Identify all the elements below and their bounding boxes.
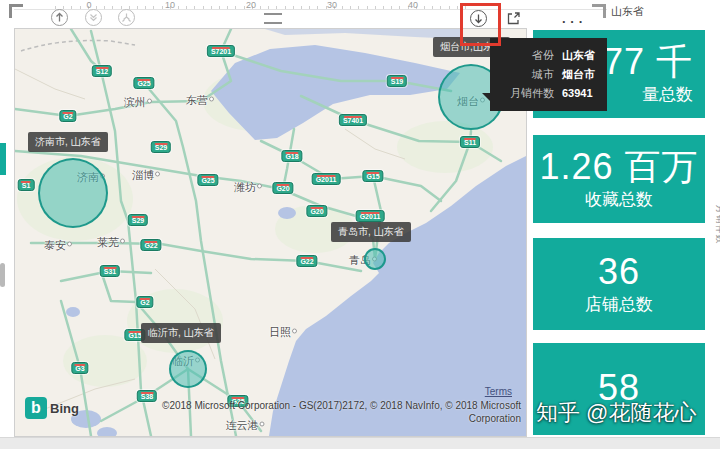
selection-corner-handle[interactable]: [9, 4, 23, 18]
road-shield: G3: [71, 362, 88, 374]
go-to-next-level-icon[interactable]: [85, 9, 102, 26]
road-shield: G2011: [312, 173, 341, 185]
filter-region-label: 山东省: [611, 4, 644, 19]
focus-mode-icon[interactable]: [505, 10, 522, 27]
road-shield: S29: [151, 141, 171, 153]
visual-drag-handle[interactable]: [264, 13, 282, 24]
road-shield: G25: [133, 77, 154, 89]
annotation-highlight-box: [460, 3, 501, 46]
kpi-label: 量总数: [642, 84, 693, 106]
map-visual[interactable]: 滨州东营淄博潍坊济南泰安莱芜青岛烟台临沂日照连云港 S7201S12G25G2S…: [14, 28, 527, 437]
road-shield: G22: [140, 239, 161, 251]
clipped-handle-fragment: [0, 263, 5, 287]
map-data-bubble[interactable]: [38, 158, 108, 228]
road-shield: G15: [362, 170, 383, 182]
page-bottom-strip: [0, 437, 720, 449]
road-shield: G18: [281, 150, 302, 162]
selection-corner-handle[interactable]: [592, 4, 606, 18]
drill-up-icon[interactable]: [51, 9, 68, 26]
watermark: 知乎 @花随花心: [536, 398, 708, 428]
road-shield: S19: [387, 75, 407, 87]
map-tooltip: 省份山东省城市烟台市月销件数63941: [490, 38, 607, 111]
bing-logo[interactable]: b Bing: [25, 397, 79, 419]
map-data-bubble[interactable]: [364, 248, 386, 270]
tooltip-value: 烟台市: [562, 65, 595, 84]
road-shield: S7401: [339, 114, 367, 126]
kpi-label: 收藏总数: [585, 189, 653, 211]
tooltip-label: 月销件数: [500, 84, 554, 103]
map-city-label: 潍坊: [234, 180, 262, 195]
road-shield: G2011: [356, 210, 385, 222]
road-shield: S11: [460, 136, 480, 148]
terms-link[interactable]: Terms: [485, 386, 512, 397]
map-city-label: 淄博: [132, 168, 160, 183]
kpi-value: 77 千: [603, 42, 693, 82]
map-city-label: 泰安: [44, 238, 72, 253]
map-city-label: 莱芜: [97, 235, 125, 250]
kpi-card[interactable]: 1.26 百万收藏总数: [533, 135, 705, 223]
map-city-label: 连云港: [226, 418, 265, 433]
kpi-label: 店铺总数: [585, 294, 653, 316]
more-options-icon[interactable]: ···: [562, 14, 587, 29]
road-shield: S1: [18, 179, 35, 191]
expand-all-icon[interactable]: [118, 9, 135, 26]
map-city-label: 东营: [186, 93, 214, 108]
map-copyright-line1: ©2018 Microsoft Corporation - GS(2017)21…: [45, 400, 521, 411]
clipped-element-fragment: [0, 143, 6, 175]
powerbi-canvas: 010203040 ···: [0, 0, 720, 449]
tooltip-label: 省份: [500, 46, 554, 65]
tooltip-row: 省份山东省: [500, 46, 597, 65]
tooltip-row: 月销件数63941: [500, 84, 597, 103]
road-shield: S12: [92, 65, 112, 77]
road-shield: S29: [128, 214, 148, 226]
map-category-label: 临沂市, 山东省: [141, 323, 221, 343]
tooltip-value: 山东省: [562, 46, 595, 65]
tooltip-label: 城市: [500, 65, 554, 84]
map-city-label: 滨州: [124, 95, 152, 110]
road-shield: G2: [59, 110, 76, 122]
kpi-card[interactable]: 36店铺总数: [533, 238, 705, 330]
road-shield: S7201: [207, 45, 235, 57]
kpi-value: 36: [598, 252, 640, 292]
visual-header-divider: [14, 9, 607, 10]
map-city-label: 日照: [269, 325, 297, 340]
map-copyright-line2: Corporation: [469, 413, 521, 424]
tooltip-row: 城市烟台市: [500, 65, 597, 84]
map-data-bubble[interactable]: [169, 350, 207, 388]
road-shield: G2: [136, 296, 153, 308]
bing-logo-icon: b: [25, 397, 47, 419]
map-category-label: 济南市, 山东省: [28, 132, 108, 152]
road-shield: G22: [296, 255, 317, 267]
kpi-value: 1.26 百万: [539, 147, 698, 187]
road-shield: G20: [306, 205, 327, 217]
road-shield: S31: [100, 265, 120, 277]
tooltip-value: 63941: [562, 84, 593, 103]
adjacent-axis-title: 月销件数: [713, 205, 720, 245]
road-shield: G25: [197, 174, 218, 186]
road-shield: G20: [272, 182, 293, 194]
map-category-label: 青岛市, 山东省: [331, 222, 411, 242]
